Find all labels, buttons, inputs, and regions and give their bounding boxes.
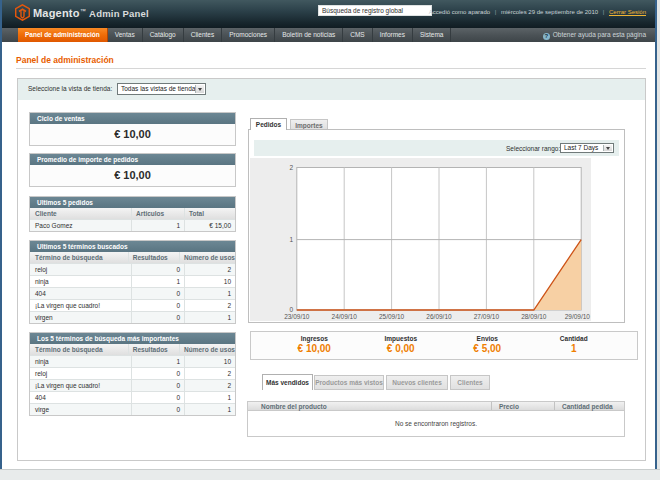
svg-text:1: 1 bbox=[289, 236, 293, 243]
svg-text:25/09/10: 25/09/10 bbox=[379, 313, 405, 320]
svg-text:26/09/10: 26/09/10 bbox=[426, 313, 452, 320]
svg-text:29/09/10: 29/09/10 bbox=[565, 313, 591, 320]
svg-text:27/09/10: 27/09/10 bbox=[474, 313, 500, 320]
svg-text:0: 0 bbox=[289, 306, 293, 313]
svg-text:2: 2 bbox=[289, 164, 293, 171]
svg-text:24/09/10: 24/09/10 bbox=[332, 313, 358, 320]
svg-text:28/09/10: 28/09/10 bbox=[521, 313, 547, 320]
svg-text:23/09/10: 23/09/10 bbox=[284, 313, 310, 320]
